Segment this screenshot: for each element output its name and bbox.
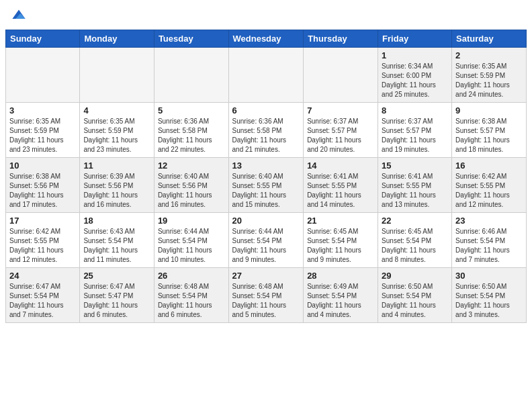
day-info: Sunrise: 6:35 AM Sunset: 5:59 PM Dayligh… [9,117,76,154]
day-info: Sunrise: 6:46 AM Sunset: 5:54 PM Dayligh… [455,227,523,265]
day-info: Sunrise: 6:39 AM Sunset: 5:56 PM Dayligh… [83,172,150,210]
calendar-cell: 19Sunrise: 6:44 AM Sunset: 5:54 PM Dayli… [154,213,228,268]
day-number: 26 [158,271,225,281]
day-info: Sunrise: 6:35 AM Sunset: 5:59 PM Dayligh… [83,117,150,154]
day-of-week-header: Tuesday [154,30,228,48]
calendar-cell: 3Sunrise: 6:35 AM Sunset: 5:59 PM Daylig… [6,103,80,158]
calendar-week-row: 17Sunrise: 6:42 AM Sunset: 5:55 PM Dayli… [6,213,527,268]
day-number: 12 [158,161,225,171]
day-info: Sunrise: 6:43 AM Sunset: 5:54 PM Dayligh… [83,227,150,265]
calendar-week-row: 24Sunrise: 6:47 AM Sunset: 5:54 PM Dayli… [6,268,527,323]
day-info: Sunrise: 6:35 AM Sunset: 5:59 PM Dayligh… [455,62,523,99]
calendar-cell: 14Sunrise: 6:41 AM Sunset: 5:55 PM Dayli… [304,158,378,213]
day-number: 23 [455,216,523,226]
day-info: Sunrise: 6:50 AM Sunset: 5:54 PM Dayligh… [455,282,523,320]
day-number: 29 [382,271,448,281]
logo-icon [11,8,27,24]
calendar-cell [6,48,80,103]
day-number: 25 [83,271,150,281]
calendar-cell: 10Sunrise: 6:38 AM Sunset: 5:56 PM Dayli… [6,158,80,213]
calendar-cell: 13Sunrise: 6:40 AM Sunset: 5:55 PM Dayli… [228,158,304,213]
day-info: Sunrise: 6:36 AM Sunset: 5:58 PM Dayligh… [232,117,300,154]
calendar-cell [80,48,154,103]
calendar-cell: 24Sunrise: 6:47 AM Sunset: 5:54 PM Dayli… [6,268,80,323]
calendar-cell: 30Sunrise: 6:50 AM Sunset: 5:54 PM Dayli… [452,268,527,323]
day-of-week-header: Wednesday [228,30,304,48]
day-info: Sunrise: 6:36 AM Sunset: 5:58 PM Dayligh… [158,117,225,154]
day-number: 4 [83,105,150,116]
day-info: Sunrise: 6:37 AM Sunset: 5:57 PM Dayligh… [307,117,374,154]
day-number: 3 [9,105,76,116]
calendar-cell: 23Sunrise: 6:46 AM Sunset: 5:54 PM Dayli… [452,213,527,268]
day-info: Sunrise: 6:44 AM Sunset: 5:54 PM Dayligh… [158,227,225,265]
day-number: 17 [9,216,76,226]
calendar-cell: 20Sunrise: 6:44 AM Sunset: 5:54 PM Dayli… [228,213,304,268]
day-of-week-header: Saturday [452,30,527,48]
day-info: Sunrise: 6:47 AM Sunset: 5:47 PM Dayligh… [83,282,150,320]
day-info: Sunrise: 6:45 AM Sunset: 5:54 PM Dayligh… [382,227,448,265]
day-of-week-header: Monday [80,30,154,48]
calendar-header-row: SundayMondayTuesdayWednesdayThursdayFrid… [6,30,527,48]
calendar-cell: 15Sunrise: 6:41 AM Sunset: 5:55 PM Dayli… [378,158,452,213]
calendar-cell: 25Sunrise: 6:47 AM Sunset: 5:47 PM Dayli… [80,268,154,323]
calendar-table: SundayMondayTuesdayWednesdayThursdayFrid… [5,30,527,323]
day-info: Sunrise: 6:41 AM Sunset: 5:55 PM Dayligh… [307,172,374,210]
day-of-week-header: Friday [378,30,452,48]
day-info: Sunrise: 6:44 AM Sunset: 5:54 PM Dayligh… [232,227,300,265]
day-info: Sunrise: 6:42 AM Sunset: 5:55 PM Dayligh… [455,172,523,210]
day-info: Sunrise: 6:48 AM Sunset: 5:54 PM Dayligh… [232,282,300,320]
calendar-cell: 27Sunrise: 6:48 AM Sunset: 5:54 PM Dayli… [228,268,304,323]
day-info: Sunrise: 6:38 AM Sunset: 5:57 PM Dayligh… [455,117,523,154]
day-number: 6 [232,105,300,116]
day-number: 13 [232,161,300,171]
calendar-cell: 28Sunrise: 6:49 AM Sunset: 5:54 PM Dayli… [304,268,378,323]
day-number: 10 [9,161,76,171]
calendar-cell: 2Sunrise: 6:35 AM Sunset: 5:59 PM Daylig… [452,48,527,103]
day-number: 22 [382,216,448,226]
calendar-cell: 22Sunrise: 6:45 AM Sunset: 5:54 PM Dayli… [378,213,452,268]
calendar-cell: 1Sunrise: 6:34 AM Sunset: 6:00 PM Daylig… [378,48,452,103]
calendar-cell: 8Sunrise: 6:37 AM Sunset: 5:57 PM Daylig… [378,103,452,158]
calendar-cell [304,48,378,103]
day-number: 27 [232,271,300,281]
calendar-cell: 17Sunrise: 6:42 AM Sunset: 5:55 PM Dayli… [6,213,80,268]
day-info: Sunrise: 6:50 AM Sunset: 5:54 PM Dayligh… [382,282,448,320]
day-info: Sunrise: 6:49 AM Sunset: 5:54 PM Dayligh… [307,282,374,320]
day-info: Sunrise: 6:48 AM Sunset: 5:54 PM Dayligh… [158,282,225,320]
day-number: 28 [307,271,374,281]
day-of-week-header: Thursday [304,30,378,48]
calendar-cell: 5Sunrise: 6:36 AM Sunset: 5:58 PM Daylig… [154,103,228,158]
day-number: 19 [158,216,225,226]
calendar-cell: 26Sunrise: 6:48 AM Sunset: 5:54 PM Dayli… [154,268,228,323]
calendar-cell: 12Sunrise: 6:40 AM Sunset: 5:56 PM Dayli… [154,158,228,213]
calendar-cell: 9Sunrise: 6:38 AM Sunset: 5:57 PM Daylig… [452,103,527,158]
day-number: 30 [455,271,523,281]
day-info: Sunrise: 6:41 AM Sunset: 5:55 PM Dayligh… [382,172,448,210]
day-number: 7 [307,105,374,116]
day-number: 15 [382,161,448,171]
calendar-cell: 29Sunrise: 6:50 AM Sunset: 5:54 PM Dayli… [378,268,452,323]
calendar-container: SundayMondayTuesdayWednesdayThursdayFrid… [0,30,532,328]
day-number: 14 [307,161,374,171]
day-number: 16 [455,161,523,171]
calendar-cell: 11Sunrise: 6:39 AM Sunset: 5:56 PM Dayli… [80,158,154,213]
calendar-week-row: 10Sunrise: 6:38 AM Sunset: 5:56 PM Dayli… [6,158,527,213]
day-number: 21 [307,216,374,226]
day-info: Sunrise: 6:34 AM Sunset: 6:00 PM Dayligh… [382,62,448,99]
day-number: 8 [382,105,448,116]
calendar-week-row: 1Sunrise: 6:34 AM Sunset: 6:00 PM Daylig… [6,48,527,103]
day-info: Sunrise: 6:45 AM Sunset: 5:54 PM Dayligh… [307,227,374,265]
day-number: 9 [455,105,523,116]
day-info: Sunrise: 6:40 AM Sunset: 5:55 PM Dayligh… [232,172,300,210]
day-info: Sunrise: 6:42 AM Sunset: 5:55 PM Dayligh… [9,227,76,265]
calendar-cell: 7Sunrise: 6:37 AM Sunset: 5:57 PM Daylig… [304,103,378,158]
calendar-cell: 18Sunrise: 6:43 AM Sunset: 5:54 PM Dayli… [80,213,154,268]
header [0,0,532,30]
day-info: Sunrise: 6:37 AM Sunset: 5:57 PM Dayligh… [382,117,448,154]
calendar-cell: 4Sunrise: 6:35 AM Sunset: 5:59 PM Daylig… [80,103,154,158]
day-info: Sunrise: 6:40 AM Sunset: 5:56 PM Dayligh… [158,172,225,210]
calendar-cell [228,48,304,103]
logo [11,8,29,24]
day-number: 18 [83,216,150,226]
calendar-cell [154,48,228,103]
